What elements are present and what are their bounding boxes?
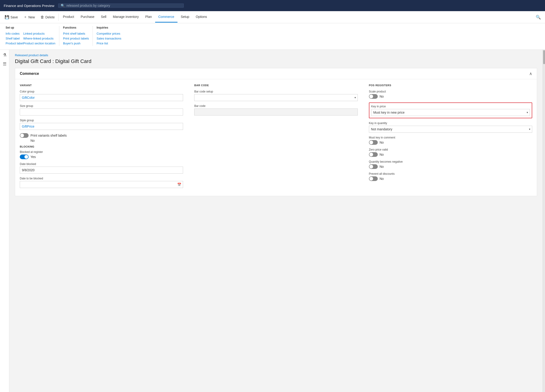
zero-price-valid-label: Zero price valid (369, 148, 532, 151)
bar-code-setup-select[interactable] (194, 94, 358, 101)
bar-code-label: Bar code (194, 104, 358, 108)
setup-col: Set up Info codes Shelf label Product la… (6, 26, 23, 46)
bar-code-input[interactable] (194, 109, 358, 115)
quantity-becomes-negative-field: No (369, 164, 532, 169)
color-group-input[interactable] (20, 94, 183, 101)
bar-code-setup-label: Bar code setup (194, 90, 358, 93)
barcode-header: BAR CODE (194, 84, 358, 87)
must-key-in-comment-label: Must key in comment (369, 136, 532, 139)
print-variants-value: No (31, 139, 183, 142)
date-blocked-input[interactable] (20, 167, 183, 174)
tab-options[interactable]: Options (192, 12, 210, 23)
print-shelf-labels-link[interactable]: Print shelf labels (63, 31, 89, 36)
buyers-push-link[interactable]: Buyer's push (63, 41, 89, 46)
setup-col-header: Set up (6, 26, 23, 29)
tab-setup[interactable]: Setup (178, 12, 192, 23)
delete-button[interactable]: 🗑 Delete (38, 14, 57, 21)
date-to-be-blocked-input[interactable] (20, 181, 183, 188)
side-tools: ⚗ ☰ (0, 50, 9, 392)
style-group-label: Style group (20, 119, 183, 122)
bar-code-field: Bar code (194, 104, 358, 115)
where-linked-products-link[interactable]: Where-linked products (23, 36, 55, 41)
ribbon: 💾 Save ＋ New 🗑 Delete Product Purchase S… (0, 11, 545, 23)
section-collapse-button[interactable]: ∧ (529, 71, 532, 76)
scale-product-field: No (369, 94, 532, 99)
section-body: VARIANT Color group Size group Style gro… (15, 79, 537, 196)
tab-product[interactable]: Product (60, 12, 77, 23)
style-group-input[interactable] (20, 123, 183, 130)
date-to-be-blocked-wrap: 📅 (20, 181, 183, 188)
ribbon-search-button[interactable]: 🔍 (533, 13, 543, 21)
global-search-input[interactable] (67, 4, 181, 7)
date-blocked-label: Date blocked (20, 163, 183, 166)
dropdown-separator-1 (59, 26, 59, 46)
page-title: Digital Gift Card : Digital Gift Card (15, 58, 537, 64)
prevent-all-discounts-field: No (369, 176, 532, 181)
tab-commerce[interactable]: Commerce (155, 12, 178, 23)
right-scrollbar[interactable] (543, 50, 545, 392)
key-in-price-wrap: Must key in new price Not allowed Not ma… (371, 109, 530, 116)
global-search-box[interactable]: 🔍 (58, 4, 184, 8)
size-group-label: Size group (20, 104, 183, 108)
color-group-field: Color group (20, 90, 183, 101)
save-button[interactable]: 💾 Save (2, 13, 21, 21)
key-in-quantity-field: Key in quantity Not mandatory Must key i… (369, 121, 532, 133)
zero-price-valid-field: No (369, 152, 532, 157)
tab-plan[interactable]: Plan (142, 12, 155, 23)
date-to-be-blocked-label: Date to be blocked (20, 177, 183, 180)
must-key-in-comment-toggle[interactable] (369, 140, 378, 145)
key-in-price-highlighted: Key in price Must key in new price Not a… (369, 103, 532, 118)
prevent-all-discounts-toggle[interactable] (369, 176, 378, 181)
search-icon: 🔍 (61, 4, 65, 7)
filter-icon[interactable]: ⚗ (3, 53, 6, 58)
inquiries-col-header: Inquiries (97, 26, 121, 29)
color-group-label: Color group (20, 90, 183, 93)
page-body: ⚗ ☰ Released product details Digital Gif… (0, 50, 545, 392)
date-blocked-field: Date blocked (20, 163, 183, 174)
scale-product-toggle[interactable] (369, 94, 378, 99)
dropdown-separator-2 (93, 26, 93, 46)
price-list-link[interactable]: Price list (97, 41, 121, 46)
delete-icon: 🗑 (40, 15, 44, 19)
quantity-becomes-negative-value: No (380, 165, 384, 169)
section-columns: VARIANT Color group Size group Style gro… (20, 84, 532, 191)
quantity-becomes-negative-toggle[interactable] (369, 164, 378, 169)
size-group-input[interactable] (20, 109, 183, 115)
product-label-link[interactable]: Product label (6, 41, 23, 46)
prevent-all-discounts-value: No (380, 177, 384, 181)
scrollbar-thumb[interactable] (543, 50, 545, 64)
info-codes-link[interactable]: Info codes (6, 31, 23, 36)
new-button[interactable]: ＋ New (21, 13, 38, 21)
zero-price-valid-toggle[interactable] (369, 152, 378, 157)
tab-purchase[interactable]: Purchase (77, 12, 98, 23)
variant-header: VARIANT (20, 84, 183, 87)
must-key-in-comment-field: No (369, 140, 532, 145)
scale-product-value: No (380, 95, 384, 98)
tab-sell[interactable]: Sell (98, 12, 110, 23)
functions-col: Functions Print shelf labels Print produ… (63, 26, 89, 46)
bar-code-setup-wrap: ▾ (194, 94, 358, 101)
competitor-prices-link[interactable]: Competitor prices (97, 31, 121, 36)
quantity-becomes-negative-label: Quantity becomes negative (369, 160, 532, 163)
key-in-quantity-select[interactable]: Not mandatory Must key in quantity Not a… (369, 126, 532, 133)
bar-code-setup-field: Bar code setup ▾ (194, 90, 358, 101)
tab-manage-inventory[interactable]: Manage inventory (110, 12, 142, 23)
section-header: Commerce ∧ (15, 68, 537, 79)
key-in-quantity-label: Key in quantity (369, 121, 532, 125)
print-product-labels-link[interactable]: Print product labels (63, 36, 89, 41)
sales-transactions-link[interactable]: Sales transactions (97, 36, 121, 41)
key-in-price-select[interactable]: Must key in new price Not allowed Not ma… (371, 109, 530, 116)
save-icon: 💾 (5, 15, 9, 19)
blocking-header: BLOCKING (20, 145, 183, 148)
linked-products-link[interactable]: Linked products (23, 31, 55, 36)
dropdown-row: Set up Info codes Shelf label Product la… (6, 26, 121, 46)
main-content: Released product details Digital Gift Ca… (9, 50, 543, 392)
section-title: Commerce (20, 72, 39, 76)
product-section-location-link[interactable]: Product section location (23, 41, 55, 46)
print-variants-label: Print variants shelf labels (31, 134, 67, 137)
breadcrumb[interactable]: Released product details (15, 54, 537, 57)
menu-icon[interactable]: ☰ (3, 61, 6, 66)
shelf-label-link[interactable]: Shelf label (6, 36, 23, 41)
blocked-at-register-toggle[interactable] (20, 155, 29, 159)
print-variants-toggle[interactable] (20, 133, 29, 138)
